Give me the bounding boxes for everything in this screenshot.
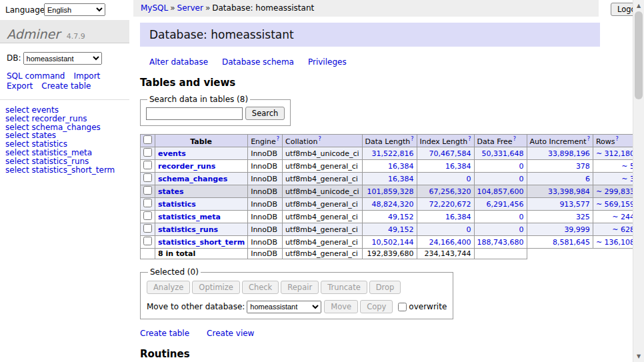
index-length-link[interactable]: 67,256,320: [429, 187, 471, 196]
data-free-link[interactable]: 188,743,680: [477, 238, 524, 247]
scroll-down-icon[interactable]: ▼: [633, 351, 644, 362]
table-name-link[interactable]: states: [158, 187, 184, 196]
adminer-logo[interactable]: Adminer: [7, 27, 60, 41]
help-icon[interactable]: ?: [318, 136, 321, 142]
scrollbar-thumb[interactable]: [635, 11, 643, 99]
rows-link[interactable]: ~ 244: [612, 213, 635, 221]
link[interactable]: Create table: [140, 329, 189, 338]
index-length-link[interactable]: 72,220,672: [429, 200, 471, 209]
link[interactable]: Create table: [41, 81, 91, 91]
table-name-link[interactable]: recorder_runs: [158, 162, 215, 171]
data-length-link[interactable]: 10,502,144: [372, 238, 414, 247]
search-input[interactable]: [146, 107, 243, 120]
table-name-link[interactable]: schema_changes: [158, 175, 227, 183]
data-free-link[interactable]: 0: [519, 225, 524, 234]
sidebar-table-link[interactable]: select statistics_short_term: [5, 166, 124, 175]
auto-increment-link[interactable]: 325: [576, 213, 590, 221]
data-length-link[interactable]: 49,152: [388, 225, 414, 234]
link[interactable]: Privileges: [308, 57, 347, 67]
table-name-link[interactable]: statistics_runs: [158, 225, 218, 234]
operation-button[interactable]: Drop: [369, 281, 401, 294]
link[interactable]: SQL command: [7, 71, 65, 81]
rows-link[interactable]: ~ 136,108: [596, 238, 635, 247]
index-length-link[interactable]: 0: [467, 225, 471, 234]
auto-increment-link[interactable]: 378: [576, 162, 590, 171]
operation-button[interactable]: Analyze: [147, 281, 190, 294]
help-icon[interactable]: ?: [615, 136, 618, 142]
index-length-link[interactable]: 0: [467, 175, 471, 183]
help-icon[interactable]: ?: [411, 136, 413, 142]
move-button[interactable]: Move: [324, 300, 358, 313]
data-free-link[interactable]: 0: [519, 175, 524, 183]
index-length-link[interactable]: 16,384: [445, 213, 471, 221]
sidebar-table-link[interactable]: select statistics_runs: [5, 157, 124, 166]
link[interactable]: Import: [73, 71, 100, 81]
index-length-link[interactable]: 24,166,400: [429, 238, 471, 247]
data-free-link[interactable]: 50,331,648: [482, 149, 524, 158]
auto-increment-link[interactable]: 39,999: [564, 225, 590, 234]
row-checkbox[interactable]: [143, 148, 152, 157]
overwrite-checkbox[interactable]: [398, 303, 407, 311]
help-icon[interactable]: ?: [513, 136, 516, 142]
breadcrumb-server-link[interactable]: Server: [177, 3, 203, 13]
data-length-link[interactable]: 48,824,320: [372, 200, 414, 209]
auto-increment-link[interactable]: 913,577: [559, 200, 590, 209]
help-icon[interactable]: ?: [468, 136, 471, 142]
page-title: Database: homeassistant: [140, 23, 600, 47]
language-select[interactable]: English: [44, 3, 105, 16]
sidebar-table-link[interactable]: select recorder_runs: [5, 115, 124, 123]
select-all-checkbox[interactable]: [143, 135, 152, 144]
auto-increment-link[interactable]: 33,898,196: [548, 149, 590, 158]
data-free-link[interactable]: 0: [519, 213, 524, 221]
operation-button[interactable]: Repair: [281, 281, 319, 294]
scroll-up-icon[interactable]: ▲: [633, 0, 644, 11]
breadcrumb-mysql-link[interactable]: MySQL: [141, 3, 168, 13]
index-length-link[interactable]: 70,467,584: [429, 149, 471, 158]
link[interactable]: Alter database: [149, 57, 208, 67]
index-length-cell: 0: [417, 223, 474, 236]
operation-button[interactable]: Truncate: [321, 281, 367, 294]
auto-increment-link[interactable]: 6: [585, 175, 590, 183]
link[interactable]: Export: [7, 81, 33, 91]
rows-link[interactable]: ~ 299,833: [596, 187, 635, 196]
data-length-link[interactable]: 16,384: [388, 175, 414, 183]
table-name-link[interactable]: statistics_short_term: [158, 238, 245, 247]
rows-cell: ~ 299,833: [593, 185, 637, 198]
row-checkbox[interactable]: [143, 224, 152, 233]
scrollbar[interactable]: ▲ ▼: [633, 0, 644, 362]
auto-increment-link[interactable]: 33,398,984: [548, 187, 590, 196]
help-icon[interactable]: ?: [587, 136, 590, 142]
search-button[interactable]: Search: [245, 107, 285, 120]
data-length-link[interactable]: 16,384: [388, 162, 414, 171]
data-free-link[interactable]: 6,291,456: [487, 200, 524, 209]
row-checkbox[interactable]: [143, 186, 152, 195]
auto-increment-link[interactable]: 8,581,645: [553, 238, 590, 247]
data-length-link[interactable]: 49,152: [388, 213, 414, 221]
operation-button[interactable]: Optimize: [192, 281, 240, 294]
data-free-link[interactable]: 0: [519, 162, 524, 171]
rows-link[interactable]: ~ 312,180: [596, 149, 635, 158]
table-name-link[interactable]: statistics: [158, 200, 196, 209]
row-checkbox[interactable]: [143, 237, 152, 245]
row-checkbox[interactable]: [143, 199, 152, 207]
move-db-select[interactable]: homeassistant: [247, 301, 321, 313]
sidebar-table-link[interactable]: select events: [5, 106, 124, 115]
row-checkbox[interactable]: [143, 161, 152, 169]
data-free-link[interactable]: 104,857,600: [477, 187, 524, 196]
index-length-link[interactable]: 16,384: [445, 162, 471, 171]
table-name-link[interactable]: statistics_meta: [158, 213, 221, 221]
link[interactable]: Create view: [207, 329, 254, 338]
link[interactable]: Database schema: [222, 57, 294, 67]
copy-button[interactable]: Copy: [360, 300, 393, 313]
operation-button[interactable]: Check: [242, 281, 279, 294]
sidebar-table-link[interactable]: select statistics_meta: [5, 149, 124, 157]
rows-link[interactable]: ~ 569,159: [596, 200, 635, 209]
rows-link[interactable]: ~ 628: [612, 225, 635, 234]
help-icon[interactable]: ?: [277, 136, 279, 142]
row-checkbox[interactable]: [143, 211, 152, 220]
db-select[interactable]: homeassistant: [23, 52, 102, 65]
data-length-link[interactable]: 31,522,816: [372, 149, 414, 158]
data-length-link[interactable]: 101,859,328: [367, 187, 414, 196]
table-name-link[interactable]: events: [158, 149, 186, 158]
row-checkbox[interactable]: [143, 173, 152, 182]
